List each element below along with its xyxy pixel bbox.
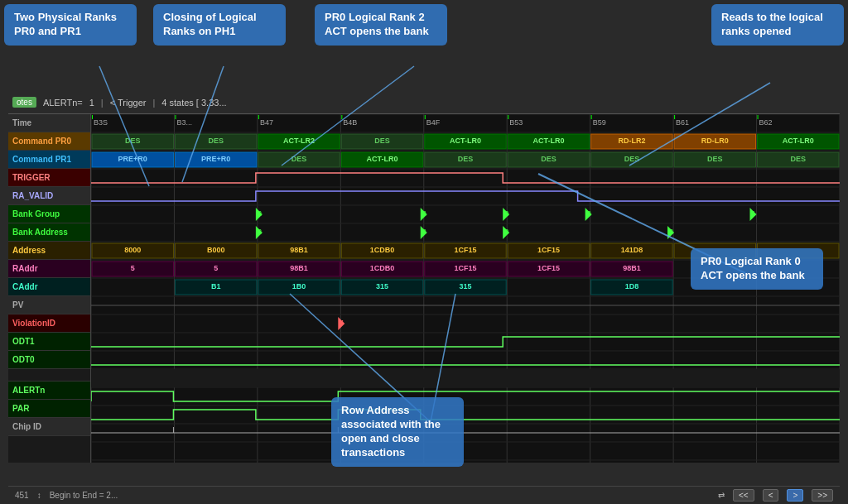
callout-two-physical-ranks: Two Physical Ranks PR0 and PR1 xyxy=(4,4,137,46)
signal-label-chipid: Chip ID xyxy=(8,418,90,436)
signal-label-ra-valid: RA_VALID xyxy=(8,187,90,205)
signal-label-raddr: RAddr xyxy=(8,260,90,278)
status-separator: ↕ xyxy=(37,491,41,500)
signal-label-cmd-pr1: Command PR1 xyxy=(8,151,90,169)
signal-label-empty xyxy=(8,369,90,382)
status-nav-icon: ⇄ xyxy=(718,491,725,500)
toolbar-notes-btn[interactable]: otes xyxy=(12,97,36,108)
signal-label-cmd-pr0: Command PR0 xyxy=(8,132,90,151)
toolbar-states-label: 4 states [ 3.33... xyxy=(161,98,226,108)
toolbar: otes ALERTn= 1 | < Trigger | 4 states [ … xyxy=(8,91,840,114)
callout-pr0-lr2-act: PR0 Logical Rank 2 ACT opens the bank xyxy=(315,4,447,46)
signal-label-caddr: CAddr xyxy=(8,278,90,296)
signal-label-alertn: ALERTn xyxy=(8,382,90,400)
status-begin-to-end: Begin to End = 2... xyxy=(50,491,118,500)
toolbar-sep2: | xyxy=(152,98,155,108)
callout-reads-text: Reads to the logical ranks opened xyxy=(721,11,823,37)
nav-prev-btn[interactable]: < xyxy=(763,489,779,502)
callout-row-addr: Row Address associated with the open and… xyxy=(331,397,464,467)
nav-first-btn[interactable]: << xyxy=(733,489,754,502)
signal-label-bank-group: Bank Group xyxy=(8,205,90,223)
toolbar-sep: | xyxy=(101,98,104,108)
signal-label-time: Time xyxy=(8,114,90,132)
signal-label-address: Address xyxy=(8,242,90,260)
callout-row-addr-text: Row Address associated with the open and… xyxy=(341,404,441,458)
nav-last-btn[interactable]: >> xyxy=(812,489,833,502)
status-bar: 451 ↕ Begin to End = 2... ⇄ << < > >> xyxy=(8,486,840,504)
nav-next-btn[interactable]: > xyxy=(787,489,803,502)
callout-pr0-lr0-act: PR0 Logical Rank 0 ACT opens the bank xyxy=(691,248,823,290)
signal-label-odt0: ODT0 xyxy=(8,351,90,369)
callout-closing-logical-ranks: Closing of Logical Ranks on PH1 xyxy=(153,4,286,46)
signal-labels-column: Time Command PR0 Command PR1 TRIGGER RA_… xyxy=(8,114,91,463)
toolbar-trigger-label: < Trigger xyxy=(110,98,147,108)
signal-label-pv: PV xyxy=(8,296,90,314)
signal-label-odt1: ODT1 xyxy=(8,333,90,351)
callout-closing-text: Closing of Logical Ranks on PH1 xyxy=(163,11,257,37)
callout-top-left-text: Two Physical Ranks PR0 and PR1 xyxy=(14,11,117,37)
toolbar-alert-value: 1 xyxy=(89,98,94,108)
callout-pr0-lr2-text: PR0 Logical Rank 2 ACT opens the bank xyxy=(325,11,429,37)
callout-pr0-lr0-text: PR0 Logical Rank 0 ACT opens the bank xyxy=(701,255,805,281)
signal-label-violation: ViolationID xyxy=(8,314,90,333)
signal-label-par: PAR xyxy=(8,400,90,418)
signal-label-trigger: TRIGGER xyxy=(8,169,90,187)
callout-reads: Reads to the logical ranks opened xyxy=(711,4,844,46)
signal-label-bank-addr: Bank Address xyxy=(8,223,90,242)
status-left-value: 451 xyxy=(15,491,29,500)
toolbar-alert-label: ALERTn= xyxy=(43,98,83,108)
